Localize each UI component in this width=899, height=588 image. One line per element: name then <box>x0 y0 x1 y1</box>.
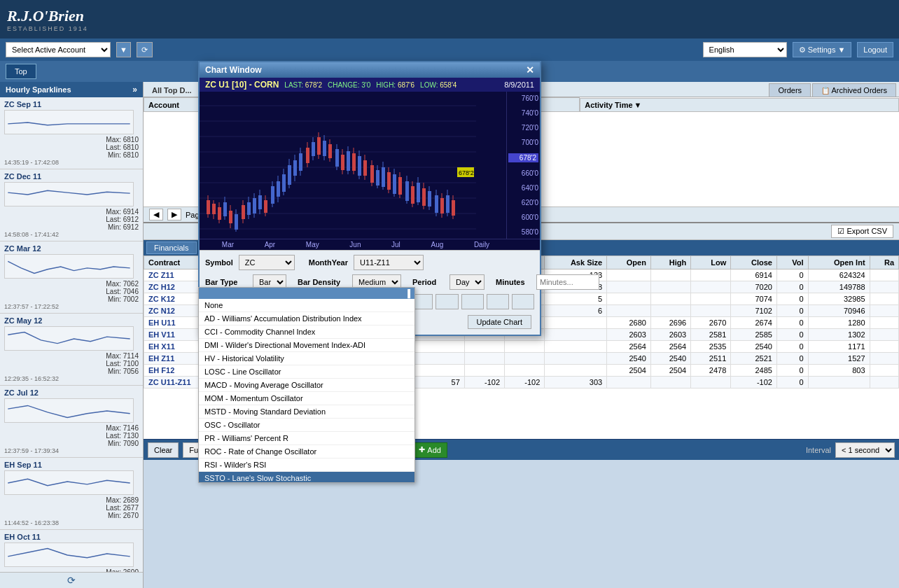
chart-title: Chart Window <box>205 65 262 75</box>
chart-bartype-label: Bar Type <box>205 278 247 286</box>
price-600: 600'0 <box>508 214 538 221</box>
cell-open: 2504 <box>607 365 651 377</box>
plus-icon: ✚ <box>419 445 425 454</box>
ind-btn-5[interactable] <box>487 294 509 309</box>
cell-low <box>691 270 731 281</box>
sparkline-time: 12:37:57 - 17:22:52 <box>4 303 139 310</box>
dropdown-item[interactable]: CCI - Commodity Channel Index <box>199 326 414 339</box>
chart-date: 8/9/2011 <box>504 80 534 89</box>
cell-ask-size: 5 <box>545 293 607 305</box>
update-chart-btn[interactable]: Update Chart <box>468 315 531 329</box>
price-640: 640'0 <box>508 184 538 192</box>
dropdown-item[interactable]: DMI - Wilder's Directional Movement Inde… <box>199 339 414 352</box>
cell-low <box>691 377 731 388</box>
list-item: ZC Sep 11 Max: 6810 Last: 6810 Min: 6810… <box>0 97 143 169</box>
refresh-btn[interactable]: ⟳ <box>137 42 153 57</box>
add-btn[interactable]: ✚ Add <box>412 442 447 458</box>
dropdown-item[interactable]: AD - Williams' Accumulation Distribution… <box>199 312 414 326</box>
sort-icon[interactable]: ▼ <box>634 101 642 109</box>
sidebar-refresh-btn[interactable]: ⟳ <box>67 575 76 586</box>
dropdown-scrollbar[interactable]: ▐ <box>405 289 410 298</box>
cell-vol: 0 <box>776 353 808 365</box>
cell-high: 2603 <box>650 329 690 341</box>
settings-btn[interactable]: ⚙ Settings ▼ <box>793 42 852 57</box>
tab-archived-orders[interactable]: 📋 Archived Orders <box>812 83 896 97</box>
price-660: 660'0 <box>508 169 538 177</box>
dropdown-item-ssto[interactable]: SSTO - Lane's Slow Stochastic <box>199 472 414 483</box>
account-select[interactable]: Select Active Account <box>6 42 111 57</box>
top-tab-btn[interactable]: Top <box>6 64 36 79</box>
export-checkbox-icon: ☑ <box>837 227 844 235</box>
sparkline-stats: Max: 7146 Last: 7130 Min: 7090 <box>4 424 139 447</box>
cell-high: 2696 <box>650 317 690 329</box>
tab-orders[interactable]: Orders <box>769 83 811 97</box>
header: R.J.O'Brien ESTABLISHED 1914 <box>0 0 899 38</box>
price-740: 740'0 <box>508 109 538 117</box>
chart-symbol-select[interactable]: ZC <box>239 255 295 270</box>
logout-btn[interactable]: Logout <box>857 42 893 57</box>
cell-bid <box>464 341 504 353</box>
th-open-int: Open Int <box>808 256 870 270</box>
next-page-btn[interactable]: ▶ <box>167 209 181 220</box>
dropdown-item[interactable]: MOM - Momentum Oscillator <box>199 392 414 405</box>
cell-ask <box>505 353 545 365</box>
cell-open-int <box>808 377 870 388</box>
chart-minutes-label: Minutes <box>496 278 531 286</box>
cell-high: 2564 <box>650 341 690 353</box>
cell-high <box>650 305 690 317</box>
cell-ra <box>870 270 898 281</box>
sidebar: Hourly Sparklines » ZC Sep 11 Max: 6810 … <box>0 82 144 588</box>
cell-vol: 0 <box>776 270 808 281</box>
cell-high <box>650 281 690 293</box>
prev-page-btn[interactable]: ◀ <box>149 209 163 220</box>
order-tab-group: Orders 📋 Archived Orders <box>769 83 896 97</box>
language-select[interactable]: English <box>703 42 787 57</box>
interval-select[interactable]: < 1 second <box>835 442 895 458</box>
sparkline-stats: Max: 6810 Last: 6810 Min: 6810 <box>4 136 139 159</box>
all-top-data-label: All Top D... <box>146 85 197 96</box>
cell-vol: 0 <box>776 377 808 388</box>
top-bar-right: English ⚙ Settings ▼ Logout <box>703 42 893 57</box>
list-item: ZC Jul 12 Max: 7146 Last: 7130 Min: 7090… <box>0 386 143 458</box>
cell-open-int: 149788 <box>808 281 870 293</box>
sidebar-collapse-btn[interactable]: » <box>132 85 137 94</box>
chart-period-select[interactable]: Day <box>450 274 485 290</box>
dropdown-item[interactable]: MACD - Moving Average Oscillator <box>199 379 414 392</box>
dropdown-item[interactable]: None <box>199 299 414 312</box>
list-item: EH Sep 11 Max: 2689 Last: 2677 Min: 2670… <box>0 458 143 530</box>
cell-bid <box>464 365 504 377</box>
sparkline-chart <box>4 470 134 495</box>
cell-low: 2535 <box>691 341 731 353</box>
chart-close-btn[interactable]: ✕ <box>526 64 534 76</box>
dropdown-item[interactable]: MSTD - Moving Standard Deviation <box>199 405 414 419</box>
cell-ra <box>870 293 898 305</box>
sparkline-title: ZC Dec 11 <box>4 172 139 181</box>
dropdown-item[interactable]: ROC - Rate of Change Oscillator <box>199 445 414 458</box>
cell-bid <box>464 353 504 365</box>
chart-monthyear-select[interactable]: U11-Z11 <box>354 255 424 270</box>
dropdown-header: ▐ <box>199 288 414 299</box>
time-daily: Daily <box>474 241 489 248</box>
ind-btn-4[interactable] <box>461 294 484 309</box>
ind-btn-3[interactable] <box>435 294 458 309</box>
account-btn[interactable]: ▼ <box>116 42 131 57</box>
dropdown-item[interactable]: LOSC - Line Oscillator <box>199 365 414 379</box>
tab-financials[interactable]: Financials <box>146 241 197 254</box>
chart-price-axis: 760'0 740'0 720'0 700'0 678'2 660'0 640'… <box>506 92 540 239</box>
top-bar: Select Active Account ▼ ⟳ English ⚙ Sett… <box>0 38 899 61</box>
dropdown-item[interactable]: HV - Historical Volatility <box>199 352 414 365</box>
clear-btn[interactable]: Clear <box>148 442 179 458</box>
export-csv-btn[interactable]: ☑ Export CSV <box>831 225 893 238</box>
dropdown-item[interactable]: RSI - Wilder's RSI <box>199 458 414 472</box>
cell-open-int: 803 <box>808 365 870 377</box>
dropdown-item[interactable]: OSC - Oscillator <box>199 419 414 432</box>
cell-open <box>607 305 651 317</box>
cell-open: 2603 <box>607 329 651 341</box>
chart-minutes-input[interactable] <box>536 274 599 290</box>
th-open: Open <box>607 256 651 270</box>
cell-high: 2540 <box>650 353 690 365</box>
ind-btn-6[interactable] <box>512 294 534 309</box>
cell-ask-size <box>545 365 607 377</box>
dropdown-item[interactable]: PR - Williams' Percent R <box>199 432 414 445</box>
cell-vol: 0 <box>776 281 808 293</box>
